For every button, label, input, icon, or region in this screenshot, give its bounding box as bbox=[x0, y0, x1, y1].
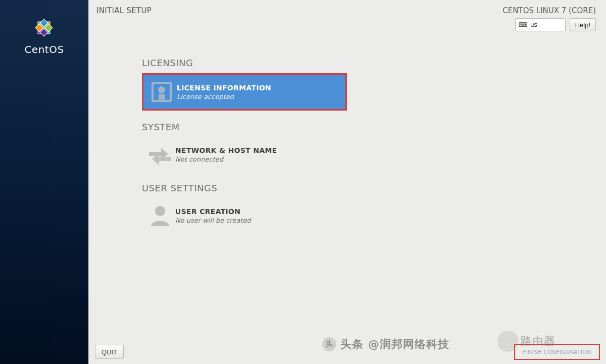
user-icon bbox=[145, 202, 175, 229]
section-label-user: USER SETTINGS bbox=[142, 183, 606, 193]
centos-logo-icon bbox=[31, 15, 57, 40]
keyboard-layout-select[interactable]: ⌨ us bbox=[515, 18, 566, 31]
spoke-status: No user will be created bbox=[175, 217, 251, 224]
centos-logo: CentOS bbox=[24, 15, 64, 56]
spoke-license-information[interactable]: LICENSE INFORMATION License accepted bbox=[142, 73, 347, 111]
page-title: INITIAL SETUP bbox=[96, 6, 152, 15]
quit-button[interactable]: QUIT bbox=[95, 345, 124, 359]
brand-text: CentOS bbox=[24, 43, 64, 56]
spoke-status: License accepted bbox=[177, 93, 271, 100]
help-button[interactable]: Help! bbox=[570, 18, 596, 31]
finish-configuration-button[interactable]: FINISH CONFIGURATION bbox=[514, 344, 600, 360]
spoke-title: LICENSE INFORMATION bbox=[177, 84, 271, 92]
spoke-status: Not connected bbox=[175, 155, 277, 163]
spoke-title: NETWORK & HOST NAME bbox=[175, 146, 277, 154]
finish-button-label: FINISH CONFIGURATION bbox=[523, 349, 591, 355]
sidebar: CentOS bbox=[0, 0, 88, 364]
topbar-right: CENTOS LINUX 7 (CORE) ⌨ us Help! bbox=[502, 6, 596, 31]
topbar: INITIAL SETUP CENTOS LINUX 7 (CORE) ⌨ us… bbox=[89, 0, 606, 31]
spoke-network-hostname[interactable]: NETWORK & HOST NAME Not connected bbox=[142, 137, 344, 172]
main-panel: INITIAL SETUP CENTOS LINUX 7 (CORE) ⌨ us… bbox=[88, 0, 606, 364]
license-icon bbox=[146, 79, 177, 105]
keyboard-icon: ⌨ bbox=[519, 21, 527, 28]
keyboard-layout-value: us bbox=[530, 21, 537, 28]
content: LICENSING LICENSE INFORMATION License ac… bbox=[89, 31, 606, 233]
section-label-licensing: LICENSING bbox=[142, 58, 606, 68]
section-label-system: SYSTEM bbox=[142, 122, 606, 132]
spoke-user-creation[interactable]: USER CREATION No user will be created bbox=[142, 198, 344, 233]
svg-point-10 bbox=[158, 86, 165, 93]
distro-label: CENTOS LINUX 7 (CORE) bbox=[502, 6, 596, 15]
spoke-title: USER CREATION bbox=[175, 207, 251, 216]
svg-point-11 bbox=[155, 206, 165, 216]
quit-button-label: QUIT bbox=[102, 348, 117, 356]
bottombar: QUIT FINISH CONFIGURATION bbox=[89, 340, 606, 364]
network-icon bbox=[145, 141, 175, 168]
help-button-label: Help! bbox=[575, 21, 590, 29]
